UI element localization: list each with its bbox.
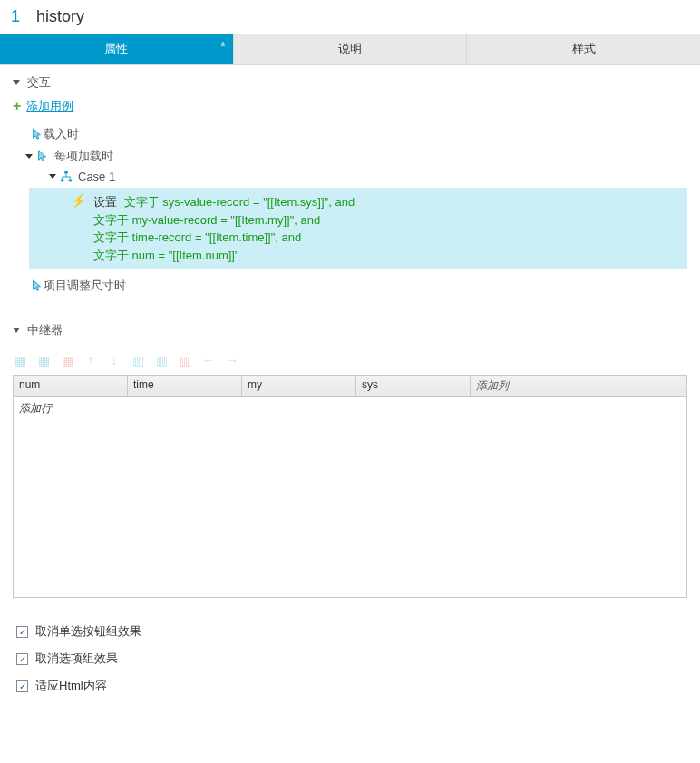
tab-style-label: 样式: [572, 42, 596, 55]
checkbox-label-radio: 取消单选按钮组效果: [35, 623, 141, 640]
tab-notes[interactable]: 说明: [234, 34, 468, 64]
action-prefix: 设置: [93, 195, 117, 209]
add-case-label: 添加用例: [26, 98, 73, 114]
event-onresize-label: 项目调整尺寸时: [44, 278, 126, 294]
chevron-down-icon: [13, 328, 20, 333]
svg-rect-0: [64, 171, 68, 173]
tb-down-icon[interactable]: ↓: [107, 353, 122, 367]
checkbox-label-selection: 取消选项组效果: [35, 651, 118, 667]
expand-triangle-icon: [25, 154, 33, 159]
add-row-button[interactable]: 添加行: [14, 397, 686, 420]
tab-notes-label: 说明: [338, 42, 362, 55]
chevron-down-icon: [13, 80, 20, 85]
table-header-row: num time my sys 添加列: [14, 376, 686, 397]
action-line-0: 文字于 sys-value-record = "[[Item.sys]]", a…: [124, 195, 355, 209]
checkbox-row-html[interactable]: 适应Html内容: [0, 672, 700, 699]
event-onresize[interactable]: 项目调整尺寸时: [13, 275, 687, 297]
tab-style[interactable]: 样式: [467, 34, 700, 64]
cursor-icon: [31, 128, 44, 141]
repeater-section-toggle[interactable]: 中继器: [13, 322, 687, 338]
column-header-my[interactable]: my: [242, 376, 356, 396]
tab-properties[interactable]: 属性 *: [0, 34, 234, 64]
cursor-icon: [36, 150, 49, 162]
svg-rect-1: [61, 179, 64, 181]
tb-left-icon[interactable]: ←: [201, 353, 216, 367]
event-onload[interactable]: 载入时: [13, 123, 687, 145]
expand-triangle-icon: [49, 174, 56, 179]
tb-up-icon[interactable]: ↑: [83, 353, 98, 367]
tb-delcol-icon[interactable]: ▥: [178, 353, 192, 367]
cursor-icon: [31, 279, 44, 292]
flow-icon: [60, 171, 73, 183]
tb-grid1-icon[interactable]: ▦: [13, 353, 27, 367]
property-tabs: 属性 * 说明 样式: [0, 34, 700, 65]
page-title: history: [36, 7, 84, 26]
case-1-label: Case 1: [78, 170, 115, 183]
event-onitemload-label: 每项加载时: [54, 148, 113, 164]
checkbox-row-radio[interactable]: 取消单选按钮组效果: [0, 618, 700, 645]
tb-grid2-icon[interactable]: ▦: [36, 353, 51, 367]
column-header-time[interactable]: time: [128, 376, 242, 396]
case-1[interactable]: Case 1: [13, 167, 687, 186]
checkbox-icon[interactable]: [16, 653, 28, 665]
repeater-data-table: num time my sys 添加列 添加行: [13, 375, 687, 598]
tb-delete-icon[interactable]: ▦: [60, 353, 74, 367]
tb-right-icon[interactable]: →: [225, 353, 239, 367]
add-column-button[interactable]: 添加列: [471, 376, 686, 396]
tb-col2-icon[interactable]: ▥: [154, 353, 169, 367]
tb-col1-icon[interactable]: ▥: [131, 353, 145, 367]
add-case-button[interactable]: + 添加用例: [13, 98, 687, 114]
action-line-3: 文字于 num = "[[Item.num]]": [93, 247, 355, 265]
column-header-sys[interactable]: sys: [356, 376, 471, 396]
plus-icon: +: [13, 98, 21, 114]
svg-rect-2: [69, 179, 73, 181]
repeater-toolbar: ▦ ▦ ▦ ↑ ↓ ▥ ▥ ▥ ← →: [0, 346, 700, 375]
checkbox-icon[interactable]: [16, 680, 28, 692]
bolt-icon: ⚡: [71, 193, 86, 208]
checkbox-label-html: 适应Html内容: [35, 678, 107, 694]
action-line-1: 文字于 my-value-record = "[[Item.my]]", and: [93, 211, 355, 230]
tab-properties-label: 属性: [104, 42, 128, 55]
action-block[interactable]: ⚡ 设置 文字于 sys-value-record = "[[Item.sys]…: [29, 188, 687, 269]
repeater-title: 中继器: [27, 322, 63, 338]
dirty-indicator: *: [220, 39, 225, 54]
event-onitemload[interactable]: 每项加载时: [13, 145, 687, 167]
checkbox-icon[interactable]: [16, 626, 28, 638]
column-header-num[interactable]: num: [14, 376, 128, 396]
table-body[interactable]: 添加行: [14, 397, 686, 597]
interactions-title: 交互: [27, 74, 51, 91]
checkbox-row-selection[interactable]: 取消选项组效果: [0, 645, 700, 672]
page-index: 1: [11, 7, 20, 26]
event-onload-label: 载入时: [44, 126, 79, 142]
interactions-section-toggle[interactable]: 交互: [13, 74, 687, 91]
action-line-2: 文字于 time-record = "[[Item.time]]", and: [93, 229, 355, 247]
